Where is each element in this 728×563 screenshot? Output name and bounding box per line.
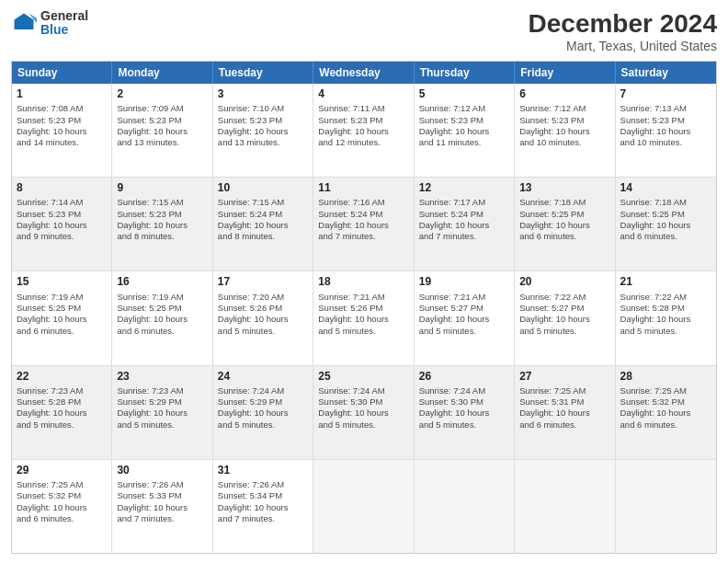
cell-info: Sunrise: 7:11 AM Sunset: 5:23 PM Dayligh… bbox=[318, 103, 408, 148]
table-row: 15Sunrise: 7:19 AM Sunset: 5:25 PM Dayli… bbox=[12, 271, 112, 364]
day-number: 6 bbox=[519, 86, 609, 101]
day-number: 21 bbox=[620, 274, 711, 289]
cell-info: Sunrise: 7:22 AM Sunset: 5:27 PM Dayligh… bbox=[519, 292, 609, 337]
table-row: 14Sunrise: 7:18 AM Sunset: 5:25 PM Dayli… bbox=[616, 178, 716, 270]
table-row: 23Sunrise: 7:23 AM Sunset: 5:29 PM Dayli… bbox=[112, 366, 212, 459]
day-number: 19 bbox=[419, 274, 509, 289]
table-row: 25Sunrise: 7:24 AM Sunset: 5:30 PM Dayli… bbox=[313, 366, 414, 459]
header-tuesday: Tuesday bbox=[213, 62, 313, 84]
day-number: 5 bbox=[419, 86, 509, 101]
day-number: 7 bbox=[620, 86, 711, 101]
day-number: 2 bbox=[117, 86, 207, 101]
table-row: 29Sunrise: 7:25 AM Sunset: 5:32 PM Dayli… bbox=[12, 460, 112, 553]
table-row: 12Sunrise: 7:17 AM Sunset: 5:24 PM Dayli… bbox=[415, 178, 515, 270]
day-number: 27 bbox=[519, 369, 609, 384]
table-row bbox=[415, 460, 515, 553]
cell-info: Sunrise: 7:18 AM Sunset: 5:25 PM Dayligh… bbox=[519, 197, 609, 242]
cell-info: Sunrise: 7:20 AM Sunset: 5:26 PM Dayligh… bbox=[218, 292, 308, 337]
table-row: 19Sunrise: 7:21 AM Sunset: 5:27 PM Dayli… bbox=[415, 271, 515, 364]
table-row: 22Sunrise: 7:23 AM Sunset: 5:28 PM Dayli… bbox=[12, 366, 112, 459]
cell-info: Sunrise: 7:21 AM Sunset: 5:27 PM Dayligh… bbox=[419, 292, 509, 337]
cell-info: Sunrise: 7:24 AM Sunset: 5:30 PM Dayligh… bbox=[419, 385, 509, 431]
header-friday: Friday bbox=[515, 62, 615, 84]
day-number: 10 bbox=[218, 180, 308, 195]
cell-info: Sunrise: 7:10 AM Sunset: 5:23 PM Dayligh… bbox=[218, 103, 308, 148]
table-row: 20Sunrise: 7:22 AM Sunset: 5:27 PM Dayli… bbox=[515, 271, 615, 364]
calendar-row-2: 8Sunrise: 7:14 AM Sunset: 5:23 PM Daylig… bbox=[12, 178, 716, 271]
cell-info: Sunrise: 7:12 AM Sunset: 5:23 PM Dayligh… bbox=[519, 103, 609, 148]
cell-info: Sunrise: 7:09 AM Sunset: 5:23 PM Dayligh… bbox=[117, 103, 207, 148]
table-row: 18Sunrise: 7:21 AM Sunset: 5:26 PM Dayli… bbox=[313, 271, 414, 364]
cell-info: Sunrise: 7:23 AM Sunset: 5:29 PM Dayligh… bbox=[117, 385, 207, 431]
day-number: 29 bbox=[17, 463, 107, 477]
table-row: 21Sunrise: 7:22 AM Sunset: 5:28 PM Dayli… bbox=[616, 271, 716, 364]
table-row: 17Sunrise: 7:20 AM Sunset: 5:26 PM Dayli… bbox=[213, 271, 313, 364]
calendar-row-5: 29Sunrise: 7:25 AM Sunset: 5:32 PM Dayli… bbox=[12, 460, 716, 553]
table-row: 26Sunrise: 7:24 AM Sunset: 5:30 PM Dayli… bbox=[415, 366, 515, 459]
day-number: 17 bbox=[218, 274, 308, 289]
day-number: 30 bbox=[117, 463, 207, 477]
day-number: 4 bbox=[318, 86, 408, 101]
table-row: 13Sunrise: 7:18 AM Sunset: 5:25 PM Dayli… bbox=[515, 178, 615, 270]
day-number: 11 bbox=[318, 180, 408, 195]
table-row: 9Sunrise: 7:15 AM Sunset: 5:23 PM Daylig… bbox=[112, 178, 212, 270]
logo-blue-text: Blue bbox=[40, 23, 88, 37]
cell-info: Sunrise: 7:24 AM Sunset: 5:29 PM Dayligh… bbox=[218, 385, 308, 431]
calendar-row-3: 15Sunrise: 7:19 AM Sunset: 5:25 PM Dayli… bbox=[12, 271, 716, 365]
cell-info: Sunrise: 7:18 AM Sunset: 5:25 PM Dayligh… bbox=[620, 197, 711, 242]
day-number: 9 bbox=[117, 180, 207, 195]
cell-info: Sunrise: 7:22 AM Sunset: 5:28 PM Dayligh… bbox=[620, 292, 711, 337]
cell-info: Sunrise: 7:21 AM Sunset: 5:26 PM Dayligh… bbox=[318, 292, 408, 337]
cell-info: Sunrise: 7:08 AM Sunset: 5:23 PM Dayligh… bbox=[17, 103, 107, 148]
cell-info: Sunrise: 7:24 AM Sunset: 5:30 PM Dayligh… bbox=[318, 385, 408, 431]
day-number: 13 bbox=[519, 180, 609, 195]
day-number: 1 bbox=[17, 86, 107, 101]
cell-info: Sunrise: 7:17 AM Sunset: 5:24 PM Dayligh… bbox=[419, 197, 509, 242]
table-row bbox=[616, 460, 716, 553]
table-row: 31Sunrise: 7:26 AM Sunset: 5:34 PM Dayli… bbox=[213, 460, 313, 553]
cell-info: Sunrise: 7:15 AM Sunset: 5:23 PM Dayligh… bbox=[117, 197, 207, 242]
cell-info: Sunrise: 7:19 AM Sunset: 5:25 PM Dayligh… bbox=[117, 292, 207, 337]
day-number: 26 bbox=[419, 369, 509, 384]
cell-info: Sunrise: 7:25 AM Sunset: 5:32 PM Dayligh… bbox=[17, 479, 107, 524]
header-saturday: Saturday bbox=[616, 62, 716, 84]
logo-text: General Blue bbox=[40, 9, 88, 38]
day-number: 24 bbox=[218, 369, 308, 384]
table-row: 3Sunrise: 7:10 AM Sunset: 5:23 PM Daylig… bbox=[213, 84, 313, 177]
table-row bbox=[313, 460, 414, 553]
calendar: Sunday Monday Tuesday Wednesday Thursday… bbox=[11, 61, 717, 554]
header: General Blue December 2024 Mart, Texas, … bbox=[11, 9, 717, 53]
day-number: 12 bbox=[419, 180, 509, 195]
cell-info: Sunrise: 7:13 AM Sunset: 5:23 PM Dayligh… bbox=[620, 103, 711, 148]
cell-info: Sunrise: 7:16 AM Sunset: 5:24 PM Dayligh… bbox=[318, 197, 408, 242]
header-monday: Monday bbox=[112, 62, 212, 84]
day-number: 23 bbox=[117, 369, 207, 384]
cell-info: Sunrise: 7:15 AM Sunset: 5:24 PM Dayligh… bbox=[218, 197, 308, 242]
table-row: 11Sunrise: 7:16 AM Sunset: 5:24 PM Dayli… bbox=[313, 178, 414, 270]
cell-info: Sunrise: 7:25 AM Sunset: 5:32 PM Dayligh… bbox=[620, 385, 711, 431]
day-number: 20 bbox=[519, 274, 609, 289]
logo-general-text: General bbox=[40, 9, 88, 23]
table-row: 4Sunrise: 7:11 AM Sunset: 5:23 PM Daylig… bbox=[313, 84, 414, 177]
cell-info: Sunrise: 7:12 AM Sunset: 5:23 PM Dayligh… bbox=[419, 103, 509, 148]
day-number: 8 bbox=[17, 180, 107, 195]
day-number: 22 bbox=[17, 369, 107, 384]
day-number: 15 bbox=[17, 274, 107, 289]
table-row: 6Sunrise: 7:12 AM Sunset: 5:23 PM Daylig… bbox=[515, 84, 615, 177]
cell-info: Sunrise: 7:25 AM Sunset: 5:31 PM Dayligh… bbox=[519, 385, 609, 431]
calendar-body: 1Sunrise: 7:08 AM Sunset: 5:23 PM Daylig… bbox=[12, 84, 716, 553]
day-number: 28 bbox=[620, 369, 711, 384]
day-number: 16 bbox=[117, 274, 207, 289]
calendar-subtitle: Mart, Texas, United States bbox=[529, 39, 717, 53]
table-row: 16Sunrise: 7:19 AM Sunset: 5:25 PM Dayli… bbox=[112, 271, 212, 364]
calendar-title: December 2024 bbox=[529, 9, 717, 39]
day-number: 3 bbox=[218, 86, 308, 101]
table-row: 5Sunrise: 7:12 AM Sunset: 5:23 PM Daylig… bbox=[415, 84, 515, 177]
day-number: 31 bbox=[218, 463, 308, 477]
cell-info: Sunrise: 7:14 AM Sunset: 5:23 PM Dayligh… bbox=[17, 197, 107, 242]
logo: General Blue bbox=[11, 9, 88, 38]
table-row: 28Sunrise: 7:25 AM Sunset: 5:32 PM Dayli… bbox=[616, 366, 716, 459]
cell-info: Sunrise: 7:23 AM Sunset: 5:28 PM Dayligh… bbox=[17, 385, 107, 431]
cell-info: Sunrise: 7:26 AM Sunset: 5:34 PM Dayligh… bbox=[218, 479, 308, 524]
page: General Blue December 2024 Mart, Texas, … bbox=[0, 0, 728, 563]
